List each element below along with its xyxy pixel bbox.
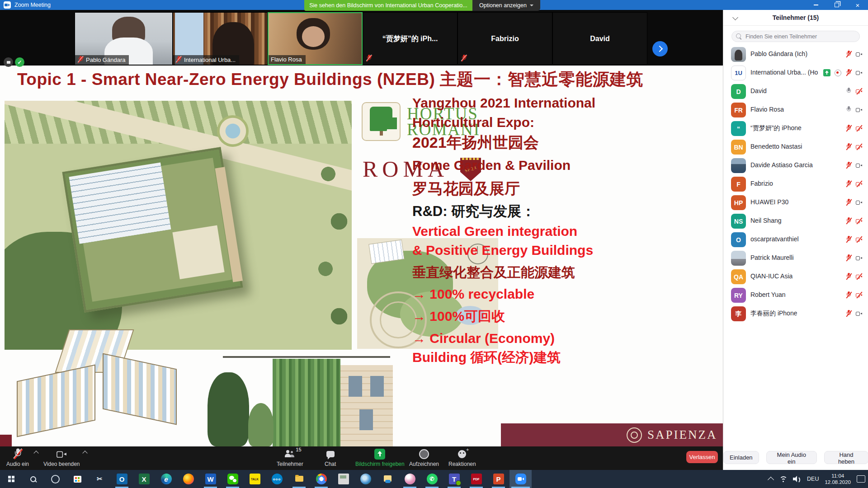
leave-meeting-button[interactable]: Verlassen: [686, 451, 718, 463]
participant-status-icons: [845, 217, 862, 225]
panel-button-mein-audio-ein[interactable]: Mein Audio ein: [766, 451, 817, 464]
search-icon: [736, 33, 741, 38]
taskbar-icon-teams[interactable]: T: [443, 470, 465, 488]
video-tile-fabrizio[interactable]: Fabrizio: [458, 12, 552, 65]
panel-chevron-icon[interactable]: [732, 14, 738, 20]
taskbar-icon-search[interactable]: [22, 470, 44, 488]
participant-row[interactable]: DDavid: [723, 82, 868, 101]
taskbar-icon-wechat[interactable]: [222, 470, 244, 488]
taskbar-icon-chrome[interactable]: [310, 470, 332, 488]
show-options-button[interactable]: Optionen anzeigen: [472, 0, 540, 11]
panel-button-hand-heben[interactable]: Hand heben: [824, 451, 868, 464]
avatar: BN: [731, 140, 746, 155]
video-tile-flavio[interactable]: Flavio Rosa: [268, 12, 363, 65]
participant-row[interactable]: RYRobert Yuan: [723, 286, 868, 305]
slide-text-line: & Positive Energy Buildings: [412, 243, 602, 258]
participant-row[interactable]: Patrick Maurelli: [723, 249, 868, 267]
taskbar-icon-start[interactable]: [0, 470, 22, 488]
participant-row[interactable]: QAQIAN-IUC Asia: [723, 267, 868, 286]
annotation-check-icon[interactable]: ✓: [15, 57, 24, 67]
participant-row[interactable]: NSNeil Shang: [723, 212, 868, 230]
avatar: O: [731, 232, 746, 247]
camera-off-icon: [856, 88, 862, 95]
slide-title: Topic 1 - Smart Near-Zero Energy Buildin…: [17, 68, 713, 91]
video-button[interactable]: Video beenden: [43, 449, 80, 467]
participant-row[interactable]: ““贾梦妍”的 iPhone: [723, 119, 868, 138]
taskbar-icon-powerpoint[interactable]: P: [487, 470, 509, 488]
taskbar-icon-word[interactable]: W: [199, 470, 222, 488]
taskbar-icon-store[interactable]: [66, 470, 89, 488]
participant-row[interactable]: BNBenedetto Nastasi: [723, 138, 868, 156]
participant-row[interactable]: FFabrizio: [723, 175, 868, 193]
taskbar-icon-nextcloud[interactable]: ooo: [266, 470, 288, 488]
minimize-button[interactable]: [806, 0, 826, 10]
participant-row[interactable]: Ooscarpratvanthiel: [723, 230, 868, 249]
taskbar-icon-explorer[interactable]: [288, 470, 310, 488]
share-screen-button[interactable]: Bildschirm freigeben: [355, 449, 405, 467]
mic-muted-icon: [845, 180, 852, 188]
clock[interactable]: 11:04 12.08.2020: [825, 473, 851, 486]
system-tray: DEU 11:04 12.08.2020: [769, 470, 865, 488]
reactions-button[interactable]: Reaktionen: [448, 449, 476, 467]
participant-row[interactable]: 1UInternational Urba... (Host): [723, 64, 868, 82]
mic-muted-icon: [845, 143, 852, 150]
participant-status-icons: [845, 51, 862, 58]
taskbar-icon-paint[interactable]: [399, 470, 421, 488]
taskbar-icon-zoom[interactable]: [509, 470, 532, 488]
mic-muted-icon: [845, 217, 852, 225]
audio-button[interactable]: Audio ein: [6, 449, 29, 467]
participant-row[interactable]: HPHUAWEI P30: [723, 193, 868, 212]
mic-muted-icon: [845, 69, 852, 76]
taskbar-icon-kakaotalk[interactable]: TALK: [244, 470, 266, 488]
next-participants-page-button[interactable]: [652, 41, 668, 56]
zoom-toolbar: Audio ein Video beenden 15 Teilnehmer Ch…: [0, 446, 723, 470]
mic-muted-icon: [845, 125, 852, 132]
participant-name: Davide Astiaso Garcia: [750, 161, 813, 169]
participant-status-icons: [845, 273, 862, 280]
reactions-icon: [458, 450, 466, 458]
participants-icon: [285, 450, 295, 458]
annotation-camera-icon[interactable]: [4, 57, 13, 67]
volume-icon[interactable]: [793, 476, 801, 482]
audio-options-caret[interactable]: [33, 450, 38, 455]
video-tile-pablo[interactable]: Pablo Gándara: [75, 12, 173, 65]
taskbar-icon-onedrive[interactable]: [377, 470, 399, 488]
taskbar-icon-scanner[interactable]: [332, 470, 354, 488]
participant-status-icons: [845, 143, 862, 150]
participant-row[interactable]: 李李春丽的 iPhone: [723, 305, 868, 323]
avatar: [731, 158, 746, 173]
taskbar-icon-whatsapp[interactable]: ✆: [421, 470, 443, 488]
keyboard-language[interactable]: DEU: [807, 476, 819, 482]
participant-status-icons: [845, 236, 862, 243]
record-button[interactable]: Aufzeichnen: [409, 449, 439, 467]
taskbar-icon-pdfxchange[interactable]: PDF: [465, 470, 487, 488]
taskbar-icon-maps[interactable]: [354, 470, 377, 488]
chat-button[interactable]: Chat: [325, 449, 336, 467]
participant-row[interactable]: Davide Astiaso Garcia: [723, 156, 868, 175]
tray-expand-icon[interactable]: [768, 477, 774, 483]
taskbar-icon-excel[interactable]: X: [133, 470, 155, 488]
hortus-tree-icon: [362, 102, 401, 141]
taskbar-icon-firefox[interactable]: [177, 470, 199, 488]
restore-button[interactable]: [826, 0, 847, 10]
video-options-caret[interactable]: [82, 450, 87, 455]
close-button[interactable]: ×: [847, 0, 868, 10]
taskbar-icon-edge[interactable]: e: [155, 470, 177, 488]
video-tile-iphone[interactable]: “贾梦妍”的 iPh...: [363, 12, 458, 65]
video-tile-david[interactable]: David: [552, 12, 647, 65]
video-tile-iuc[interactable]: International Urba...: [173, 12, 268, 65]
participant-row[interactable]: FRFlavio Rosa: [723, 101, 868, 119]
panel-button-einladen[interactable]: Einladen: [723, 451, 759, 464]
aerial-rendering-image: [5, 101, 352, 350]
taskbar-icon-snipping[interactable]: ✂: [89, 470, 111, 488]
participant-row[interactable]: Pablo Gándara (Ich): [723, 45, 868, 64]
participants-button[interactable]: 15 Teilnehmer: [277, 449, 303, 467]
notifications-icon[interactable]: [857, 475, 865, 483]
screen-sharing-badge: [823, 69, 830, 76]
search-participant-input[interactable]: [731, 31, 860, 42]
camera-on-icon: [856, 162, 862, 169]
mic-on-icon: [845, 88, 852, 95]
taskbar-icon-outlook[interactable]: O: [111, 470, 133, 488]
wifi-icon[interactable]: [779, 476, 787, 482]
taskbar-icon-cortana[interactable]: [44, 470, 66, 488]
